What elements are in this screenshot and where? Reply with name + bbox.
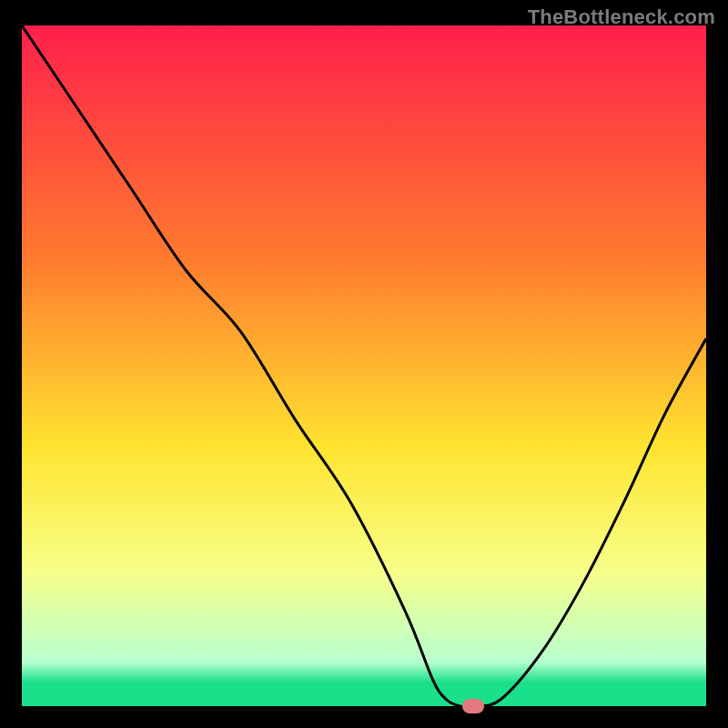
bottleneck-plot — [22, 25, 706, 706]
plot-area — [22, 25, 706, 706]
gradient-background — [22, 25, 706, 706]
chart-frame: TheBottleneck.com — [0, 0, 728, 728]
optimal-marker — [462, 699, 484, 713]
watermark-label: TheBottleneck.com — [528, 5, 715, 29]
